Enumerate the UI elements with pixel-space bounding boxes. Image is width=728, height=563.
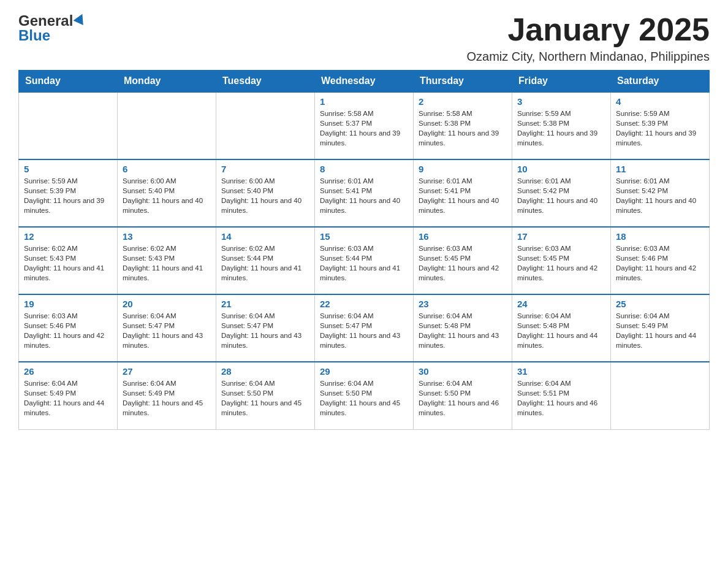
day-number: 1: [320, 96, 408, 107]
day-sun-info: Sunrise: 6:02 AM Sunset: 5:44 PM Dayligh…: [221, 243, 309, 283]
day-number: 26: [24, 366, 112, 377]
week-row-2: 5Sunrise: 5:59 AM Sunset: 5:39 PM Daylig…: [19, 159, 710, 227]
location-subtitle: Ozamiz City, Northern Mindanao, Philippi…: [467, 50, 710, 64]
day-sun-info: Sunrise: 6:02 AM Sunset: 5:43 PM Dayligh…: [123, 243, 211, 283]
calendar-cell: 25Sunrise: 6:04 AM Sunset: 5:49 PM Dayli…: [611, 294, 710, 362]
calendar-cell: 4Sunrise: 5:59 AM Sunset: 5:39 PM Daylig…: [611, 92, 710, 159]
cell-content: 19Sunrise: 6:03 AM Sunset: 5:46 PM Dayli…: [24, 299, 112, 350]
day-sun-info: Sunrise: 6:03 AM Sunset: 5:45 PM Dayligh…: [419, 243, 507, 283]
logo-triangle-icon: [74, 12, 88, 25]
calendar-cell: 28Sunrise: 6:04 AM Sunset: 5:50 PM Dayli…: [216, 362, 315, 429]
day-sun-info: Sunrise: 6:04 AM Sunset: 5:50 PM Dayligh…: [221, 378, 309, 418]
day-sun-info: Sunrise: 6:04 AM Sunset: 5:49 PM Dayligh…: [616, 311, 704, 350]
calendar-cell: 21Sunrise: 6:04 AM Sunset: 5:47 PM Dayli…: [216, 294, 315, 362]
calendar-cell: 11Sunrise: 6:01 AM Sunset: 5:42 PM Dayli…: [611, 159, 710, 227]
cell-content: 31Sunrise: 6:04 AM Sunset: 5:51 PM Dayli…: [517, 366, 605, 418]
calendar-cell: 10Sunrise: 6:01 AM Sunset: 5:42 PM Dayli…: [512, 159, 611, 227]
calendar-cell: 13Sunrise: 6:02 AM Sunset: 5:43 PM Dayli…: [118, 227, 216, 294]
logo-blue-text: Blue: [18, 27, 50, 44]
day-number: 28: [221, 366, 309, 377]
weekday-header-wednesday: Wednesday: [315, 71, 414, 93]
calendar-cell: 24Sunrise: 6:04 AM Sunset: 5:48 PM Dayli…: [512, 294, 611, 362]
day-sun-info: Sunrise: 5:59 AM Sunset: 5:39 PM Dayligh…: [24, 176, 112, 215]
page-header: General Blue January 2025 Ozamiz City, N…: [18, 12, 710, 64]
day-number: 23: [419, 299, 507, 309]
calendar-cell: 30Sunrise: 6:04 AM Sunset: 5:50 PM Dayli…: [414, 362, 512, 429]
weekday-header-row: SundayMondayTuesdayWednesdayThursdayFrid…: [19, 71, 710, 93]
day-number: 2: [419, 96, 507, 107]
day-sun-info: Sunrise: 6:03 AM Sunset: 5:44 PM Dayligh…: [320, 243, 408, 283]
day-number: 24: [517, 299, 605, 309]
calendar-cell: 14Sunrise: 6:02 AM Sunset: 5:44 PM Dayli…: [216, 227, 315, 294]
cell-content: 6Sunrise: 6:00 AM Sunset: 5:40 PM Daylig…: [123, 164, 211, 215]
calendar-cell: 17Sunrise: 6:03 AM Sunset: 5:45 PM Dayli…: [512, 227, 611, 294]
cell-content: 9Sunrise: 6:01 AM Sunset: 5:41 PM Daylig…: [419, 164, 507, 215]
calendar-cell: 19Sunrise: 6:03 AM Sunset: 5:46 PM Dayli…: [19, 294, 118, 362]
calendar-cell: 6Sunrise: 6:00 AM Sunset: 5:40 PM Daylig…: [118, 159, 216, 227]
day-sun-info: Sunrise: 6:01 AM Sunset: 5:41 PM Dayligh…: [419, 176, 507, 215]
day-number: 12: [24, 231, 112, 242]
calendar-cell: [19, 92, 118, 159]
weekday-header-sunday: Sunday: [19, 71, 118, 93]
day-number: 21: [221, 299, 309, 309]
cell-content: 2Sunrise: 5:58 AM Sunset: 5:38 PM Daylig…: [419, 96, 507, 148]
day-sun-info: Sunrise: 6:04 AM Sunset: 5:49 PM Dayligh…: [123, 378, 211, 418]
day-sun-info: Sunrise: 5:59 AM Sunset: 5:38 PM Dayligh…: [517, 109, 605, 148]
calendar-cell: 18Sunrise: 6:03 AM Sunset: 5:46 PM Dayli…: [611, 227, 710, 294]
weekday-header-monday: Monday: [118, 71, 216, 93]
cell-content: 20Sunrise: 6:04 AM Sunset: 5:47 PM Dayli…: [123, 299, 211, 350]
day-sun-info: Sunrise: 6:02 AM Sunset: 5:43 PM Dayligh…: [24, 243, 112, 283]
calendar-cell: 26Sunrise: 6:04 AM Sunset: 5:49 PM Dayli…: [19, 362, 118, 429]
calendar-cell: [118, 92, 216, 159]
day-sun-info: Sunrise: 6:04 AM Sunset: 5:47 PM Dayligh…: [320, 311, 408, 350]
day-sun-info: Sunrise: 6:00 AM Sunset: 5:40 PM Dayligh…: [221, 176, 309, 215]
cell-content: 4Sunrise: 5:59 AM Sunset: 5:39 PM Daylig…: [616, 96, 704, 148]
calendar-cell: 12Sunrise: 6:02 AM Sunset: 5:43 PM Dayli…: [19, 227, 118, 294]
day-number: 29: [320, 366, 408, 377]
calendar-cell: 15Sunrise: 6:03 AM Sunset: 5:44 PM Dayli…: [315, 227, 414, 294]
cell-content: 29Sunrise: 6:04 AM Sunset: 5:50 PM Dayli…: [320, 366, 408, 418]
day-sun-info: Sunrise: 6:04 AM Sunset: 5:47 PM Dayligh…: [123, 311, 211, 350]
day-number: 20: [123, 299, 211, 309]
cell-content: 24Sunrise: 6:04 AM Sunset: 5:48 PM Dayli…: [517, 299, 605, 350]
day-number: 27: [123, 366, 211, 377]
calendar-cell: 5Sunrise: 5:59 AM Sunset: 5:39 PM Daylig…: [19, 159, 118, 227]
day-number: 10: [517, 164, 605, 174]
day-number: 25: [616, 299, 704, 309]
day-number: 6: [123, 164, 211, 174]
day-number: 18: [616, 231, 704, 242]
day-sun-info: Sunrise: 6:03 AM Sunset: 5:46 PM Dayligh…: [616, 243, 704, 283]
day-number: 9: [419, 164, 507, 174]
cell-content: 7Sunrise: 6:00 AM Sunset: 5:40 PM Daylig…: [221, 164, 309, 215]
cell-content: 14Sunrise: 6:02 AM Sunset: 5:44 PM Dayli…: [221, 231, 309, 283]
cell-content: 15Sunrise: 6:03 AM Sunset: 5:44 PM Dayli…: [320, 231, 408, 283]
cell-content: 12Sunrise: 6:02 AM Sunset: 5:43 PM Dayli…: [24, 231, 112, 283]
calendar-cell: 29Sunrise: 6:04 AM Sunset: 5:50 PM Dayli…: [315, 362, 414, 429]
day-number: 22: [320, 299, 408, 309]
calendar-cell: 3Sunrise: 5:59 AM Sunset: 5:38 PM Daylig…: [512, 92, 611, 159]
day-sun-info: Sunrise: 5:59 AM Sunset: 5:39 PM Dayligh…: [616, 109, 704, 148]
month-title: January 2025: [467, 12, 710, 47]
calendar-cell: 1Sunrise: 5:58 AM Sunset: 5:37 PM Daylig…: [315, 92, 414, 159]
weekday-header-thursday: Thursday: [414, 71, 512, 93]
day-sun-info: Sunrise: 6:04 AM Sunset: 5:49 PM Dayligh…: [24, 378, 112, 418]
day-number: 8: [320, 164, 408, 174]
calendar-cell: 7Sunrise: 6:00 AM Sunset: 5:40 PM Daylig…: [216, 159, 315, 227]
cell-content: 27Sunrise: 6:04 AM Sunset: 5:49 PM Dayli…: [123, 366, 211, 418]
cell-content: 21Sunrise: 6:04 AM Sunset: 5:47 PM Dayli…: [221, 299, 309, 350]
weekday-header-friday: Friday: [512, 71, 611, 93]
day-sun-info: Sunrise: 6:04 AM Sunset: 5:47 PM Dayligh…: [221, 311, 309, 350]
day-sun-info: Sunrise: 6:01 AM Sunset: 5:42 PM Dayligh…: [517, 176, 605, 215]
weekday-header-tuesday: Tuesday: [216, 71, 315, 93]
cell-content: 13Sunrise: 6:02 AM Sunset: 5:43 PM Dayli…: [123, 231, 211, 283]
week-row-4: 19Sunrise: 6:03 AM Sunset: 5:46 PM Dayli…: [19, 294, 710, 362]
day-number: 13: [123, 231, 211, 242]
calendar-cell: 22Sunrise: 6:04 AM Sunset: 5:47 PM Dayli…: [315, 294, 414, 362]
day-number: 11: [616, 164, 704, 174]
day-sun-info: Sunrise: 6:04 AM Sunset: 5:48 PM Dayligh…: [517, 311, 605, 350]
cell-content: 28Sunrise: 6:04 AM Sunset: 5:50 PM Dayli…: [221, 366, 309, 418]
calendar-cell: 16Sunrise: 6:03 AM Sunset: 5:45 PM Dayli…: [414, 227, 512, 294]
cell-content: 16Sunrise: 6:03 AM Sunset: 5:45 PM Dayli…: [419, 231, 507, 283]
day-sun-info: Sunrise: 5:58 AM Sunset: 5:38 PM Dayligh…: [419, 109, 507, 148]
day-number: 7: [221, 164, 309, 174]
